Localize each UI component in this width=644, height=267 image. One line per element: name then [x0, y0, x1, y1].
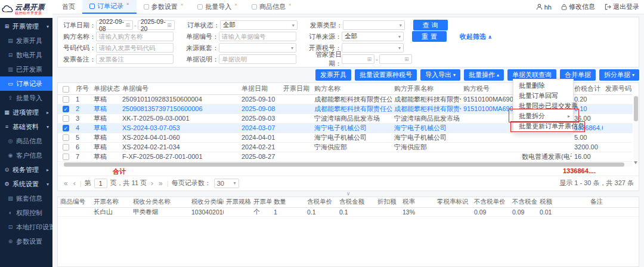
- sidebar-group-input-management[interactable]: ▦ 进项管理 ▸: [0, 105, 52, 119]
- menu-item-batch-order-writeback[interactable]: 批量订单回写: [513, 91, 573, 101]
- sidebar-item-product-info[interactable]: ◎ 商品信息: [0, 134, 52, 148]
- tab-product-info[interactable]: 商品信息 ×: [244, 0, 299, 14]
- detail-collapse-toggle[interactable]: ∨: [57, 191, 639, 197]
- tab-order-records[interactable]: 订单记录 ×: [82, 0, 137, 14]
- current-user[interactable]: hh: [536, 4, 552, 11]
- edit-info-button[interactable]: 修改信息: [561, 2, 595, 11]
- buyer-name-input[interactable]: [96, 32, 174, 41]
- sidebar-item-local-print-settings[interactable]: ⊡ 本地打印设置: [0, 220, 52, 234]
- batch-operations-button[interactable]: 批量操作▴: [464, 69, 504, 81]
- logout-button[interactable]: 退出登录: [605, 2, 639, 11]
- table-row[interactable]: 6 草稿 XS-2024-02-21-034 2024-02-21 宁海供应部 …: [58, 142, 633, 152]
- sidebar-group-tax-management[interactable]: ⊙ 税务管理 ▸: [0, 162, 52, 177]
- scroll-down-arrow-icon[interactable]: [634, 161, 637, 164]
- calendar-icon[interactable]: ⊞: [167, 22, 172, 28]
- row-checkbox[interactable]: [63, 144, 69, 151]
- reset-button[interactable]: 重置: [412, 31, 447, 42]
- sidebar-group-invoice-management[interactable]: ⊞ 开票管理 ▾: [0, 19, 52, 33]
- menu-item-batch-sync-submitted[interactable]: 批量同步已提交发票: [513, 101, 573, 111]
- row-checkbox[interactable]: [63, 115, 69, 122]
- cell-doc-date: 2025-08-27: [239, 152, 281, 161]
- close-icon[interactable]: ×: [289, 2, 292, 7]
- sidebar-item-digital-invoice-issue[interactable]: ⊟ 数电开具: [0, 48, 52, 62]
- cell-invoice-date: [281, 113, 312, 123]
- menu-item-batch-update-invoice-info[interactable]: 批量更新订单开票信息: [513, 121, 573, 131]
- issued-invoices-icon: ▥: [7, 66, 14, 72]
- cell-doc-no[interactable]: XS-2024-02-21-034: [120, 142, 239, 152]
- per-page-select[interactable]: 30 ▾: [214, 179, 239, 188]
- app-title: 云易开票: [15, 4, 45, 11]
- last-page-button[interactable]: »: [157, 179, 164, 188]
- print-settings-icon: ⊡: [7, 224, 14, 230]
- select-all-checkbox[interactable]: [63, 86, 69, 93]
- invoice-issue-button[interactable]: 发票开具: [315, 69, 351, 81]
- sidebar-group-system-settings[interactable]: ⚙ 系统设置 ▾: [0, 177, 52, 191]
- collapse-filters-link[interactable]: 收起筛选 ∧: [460, 32, 492, 41]
- invoice-tax-no-select[interactable]: ▾: [342, 43, 404, 53]
- source-account-select[interactable]: ▾: [219, 43, 296, 53]
- close-icon[interactable]: ×: [234, 2, 237, 7]
- parameter-settings-icon: ⊛: [7, 238, 14, 244]
- number-code-input[interactable]: [96, 43, 174, 53]
- table-row[interactable]: 7 草稿 F-XF-2025-08-27-001-0001 2025-08-27…: [58, 152, 633, 161]
- calendar-icon[interactable]: ⊞: [367, 56, 371, 62]
- row-checkbox[interactable]: [63, 154, 69, 160]
- import-export-button[interactable]: 导入导出▾: [420, 69, 460, 81]
- first-page-button[interactable]: «: [63, 179, 69, 188]
- calendar-icon[interactable]: ⊞: [404, 56, 409, 62]
- sidebar-item-issued-invoices[interactable]: ▥ 已开发票: [0, 62, 52, 76]
- tab-home[interactable]: 首页: [55, 0, 82, 14]
- app-logo: 云易开票 税控组件开发票: [0, 0, 52, 18]
- tab-batch-import[interactable]: 批量导入 ×: [190, 0, 244, 14]
- scrollbar-thumb[interactable]: [634, 96, 638, 121]
- cell-doc-no[interactable]: F-XF-2025-08-27-001-0001: [120, 152, 239, 161]
- order-source-select[interactable]: 全部 ▾: [342, 32, 404, 41]
- doc-no-input[interactable]: [219, 32, 296, 41]
- order-date-from-input[interactable]: 2022-09-08 ⊞: [96, 20, 133, 30]
- scrollbar-thumb[interactable]: [64, 162, 624, 167]
- calendar-icon[interactable]: ⊞: [125, 22, 130, 28]
- cell-doc-no[interactable]: 2509081357397150600006: [120, 104, 239, 113]
- page-number-input[interactable]: [94, 179, 107, 188]
- order-status-select[interactable]: 全部 ▾: [220, 20, 298, 30]
- search-button[interactable]: 查询: [413, 20, 448, 30]
- doc-note-input[interactable]: [219, 54, 296, 64]
- menu-item-batch-delete[interactable]: 批量删除: [513, 81, 573, 91]
- cell-doc-no[interactable]: XS-2024-04-01-060: [120, 133, 239, 142]
- sidebar-item-batch-import[interactable]: ⇪ 批量导入: [0, 91, 52, 105]
- sidebar-item-account-set-info[interactable]: ▧ 账套信息: [0, 191, 52, 205]
- cell-doc-no[interactable]: 2509101109283150600004: [120, 94, 239, 104]
- row-checkbox[interactable]: [63, 125, 69, 131]
- gjp-date-from-input[interactable]: ⊞: [342, 54, 374, 64]
- invoice-remark-input[interactable]: [96, 54, 174, 64]
- next-page-button[interactable]: ›: [150, 179, 154, 188]
- row-checkbox[interactable]: [63, 134, 69, 141]
- cell-doc-no[interactable]: XK-T-2025-09-03-0001: [120, 113, 239, 123]
- sidebar-item-invoice-issue[interactable]: ▤ 发票开具: [0, 33, 52, 48]
- doc-note-label: 单据说明：: [182, 55, 219, 64]
- sidebar-group-base-data[interactable]: ≡ 基础资料 ▾: [0, 119, 52, 134]
- close-icon[interactable]: ×: [126, 1, 129, 7]
- sidebar-item-order-records[interactable]: ▭ 订单记录: [0, 76, 52, 91]
- cell-price-incl-tax: 0.1: [305, 208, 337, 217]
- tab-parameter-settings[interactable]: 参数设置 ×: [137, 0, 191, 14]
- order-date-to-input[interactable]: 2025-09-20 ⊞: [138, 20, 175, 30]
- sidebar-item-parameter-settings[interactable]: ⊛ 参数设置: [0, 234, 52, 248]
- horizontal-scrollbar[interactable]: [59, 162, 633, 167]
- close-icon[interactable]: ×: [181, 2, 184, 7]
- row-checkbox[interactable]: [63, 106, 69, 112]
- batch-set-tax-button[interactable]: 批量设置票种税号: [355, 69, 417, 81]
- cell-doc-date: 2025-09-10: [239, 94, 281, 104]
- split-docs-button[interactable]: 拆分单据▾: [599, 69, 639, 81]
- table-row[interactable]: 5 草稿 XS-2024-04-01-060 2024-04-01 海宁电子机械…: [58, 133, 633, 142]
- row-checkbox[interactable]: [63, 96, 69, 103]
- sidebar-item-customer-info[interactable]: ◉ 客户信息: [0, 148, 52, 162]
- sidebar-item-permission-control[interactable]: ◐ 权限控制: [0, 205, 52, 220]
- detail-row[interactable]: 长白山 甲类卷烟 103040201000000000 个 1 0.1 0.1 …: [58, 208, 639, 217]
- invoice-type-select[interactable]: ▾: [343, 20, 405, 30]
- vertical-scrollbar[interactable]: [633, 95, 639, 161]
- prev-page-button[interactable]: ‹: [72, 179, 77, 188]
- cell-doc-no[interactable]: XS-2024-03-07-053: [120, 123, 239, 133]
- gjp-date-to-input[interactable]: ⊞: [379, 54, 412, 64]
- menu-item-batch-split[interactable]: 批量拆分 ▸: [513, 111, 573, 121]
